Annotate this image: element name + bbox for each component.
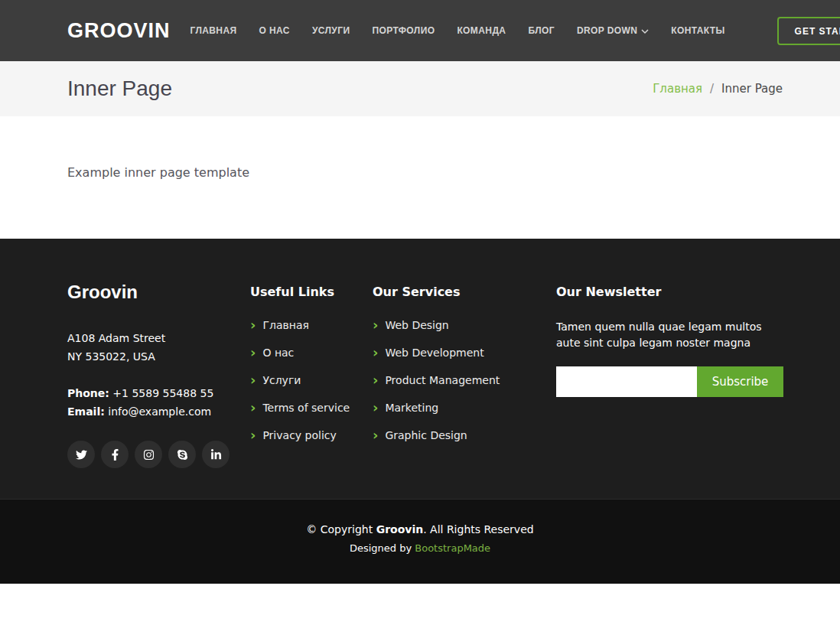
breadcrumb-current: Inner Page: [721, 82, 783, 96]
nav-item-blog[interactable]: БЛОГ: [528, 25, 554, 36]
list-item: Web Design: [373, 311, 556, 339]
chevron-right-icon: [373, 320, 378, 330]
service-link-web-development[interactable]: Web Development: [385, 347, 483, 359]
services-heading: Our Services: [373, 285, 556, 299]
useful-link-about[interactable]: О нас: [262, 347, 294, 359]
copyright-prefix: © Copyright: [306, 523, 376, 535]
address-line-1: A108 Adam Street: [67, 329, 250, 347]
linkedin-icon: [210, 449, 222, 461]
useful-link-terms[interactable]: Terms of service: [262, 402, 350, 414]
nav-item-team[interactable]: КОМАНДА: [457, 25, 506, 36]
nav-link-home[interactable]: ГЛАВНАЯ: [190, 25, 237, 36]
copyright-bar: © Copyright Groovin. All Rights Reserved…: [0, 499, 840, 584]
list-item: Terms of service: [250, 394, 373, 422]
useful-link-privacy[interactable]: Privacy policy: [262, 429, 336, 441]
nav-link-portfolio[interactable]: ПОРТФОЛИО: [372, 25, 435, 36]
list-item: Web Development: [373, 339, 556, 366]
nav-item-portfolio[interactable]: ПОРТФОЛИО: [372, 25, 435, 36]
breadcrumb: Главная / Inner Page: [653, 82, 783, 96]
footer-about-column: Groovin A108 Adam Street NY 535022, USA …: [67, 285, 250, 468]
service-link-marketing[interactable]: Marketing: [385, 402, 438, 414]
address-line-2: NY 535022, USA: [67, 347, 250, 366]
services-list: Web Design Web Development Product Manag…: [373, 311, 556, 449]
social-links: [67, 441, 250, 468]
newsletter-text: Tamen quem nulla quae legam multos aute …: [556, 319, 783, 351]
copyright-text: © Copyright Groovin. All Rights Reserved: [306, 523, 533, 535]
breadcrumb-bar: Inner Page Главная / Inner Page: [0, 61, 840, 116]
chevron-down-icon: [641, 28, 649, 35]
useful-link-services[interactable]: Услуги: [262, 374, 301, 386]
nav-item-contacts[interactable]: КОНТАКТЫ: [671, 25, 724, 36]
list-item: Graphic Design: [373, 422, 556, 449]
useful-links-list: Главная О нас Услуги Terms of service Pr…: [250, 311, 373, 449]
phone-value: +1 5589 55488 55: [109, 387, 213, 399]
inner-page-text: Example inner page template: [67, 165, 773, 180]
chevron-right-icon: [373, 430, 378, 441]
footer: Groovin A108 Adam Street NY 535022, USA …: [0, 239, 840, 499]
nav-link-dropdown[interactable]: DROP DOWN: [577, 25, 649, 36]
nav-item-about[interactable]: О НАС: [259, 25, 290, 36]
phone-label: Phone:: [67, 387, 109, 399]
nav-item-dropdown[interactable]: DROP DOWN: [577, 25, 649, 36]
nav-link-services[interactable]: УСЛУГИ: [312, 25, 350, 36]
chevron-right-icon: [250, 347, 256, 358]
social-twitter-button[interactable]: [67, 441, 95, 468]
email-label: Email:: [67, 405, 105, 418]
copyright-suffix: . All Rights Reserved: [423, 523, 533, 535]
phone-line: Phone: +1 5589 55488 55: [67, 384, 250, 402]
breadcrumb-home-link[interactable]: Главная: [653, 82, 702, 96]
chevron-right-icon: [373, 375, 378, 386]
footer-useful-links-column: Useful Links Главная О нас Услуги Terms …: [250, 285, 373, 468]
nav-link-about[interactable]: О НАС: [259, 25, 290, 36]
main-content: Example inner page template: [0, 116, 840, 239]
facebook-icon: [109, 449, 121, 461]
newsletter-heading: Our Newsletter: [556, 285, 783, 299]
social-facebook-button[interactable]: [101, 441, 129, 468]
instagram-icon: [143, 449, 155, 461]
twitter-icon: [76, 449, 87, 461]
list-item: Услуги: [250, 366, 373, 394]
list-item: Marketing: [373, 394, 556, 422]
social-instagram-button[interactable]: [135, 441, 162, 468]
top-navbar: GROOVIN ГЛАВНАЯ О НАС УСЛУГИ ПОРТФОЛИО К…: [0, 0, 840, 61]
brand-logo[interactable]: GROOVIN: [67, 19, 171, 43]
breadcrumb-separator: /: [710, 82, 714, 96]
chevron-right-icon: [250, 375, 256, 386]
footer-contact: Phone: +1 5589 55488 55 Email: info@exam…: [67, 384, 250, 421]
get-started-button[interactable]: GET STARTED: [777, 17, 840, 45]
useful-link-home[interactable]: Главная: [262, 319, 308, 331]
nav-link-contacts[interactable]: КОНТАКТЫ: [671, 25, 724, 36]
chevron-right-icon: [250, 430, 256, 441]
useful-links-heading: Useful Links: [250, 285, 373, 299]
service-link-graphic-design[interactable]: Graphic Design: [385, 429, 467, 441]
credits-text: Designed by BootstrapMade: [350, 542, 490, 554]
chevron-right-icon: [250, 320, 256, 330]
chevron-right-icon: [250, 402, 256, 413]
footer-address: A108 Adam Street NY 535022, USA: [67, 329, 250, 366]
chevron-right-icon: [373, 347, 378, 358]
list-item: О нас: [250, 339, 373, 366]
designed-by-label: Designed by: [350, 542, 415, 554]
service-link-product-management[interactable]: Product Management: [385, 374, 500, 386]
nav-link-blog[interactable]: БЛОГ: [528, 25, 554, 36]
email-line: Email: info@example.com: [67, 402, 250, 421]
service-link-web-design[interactable]: Web Design: [385, 319, 448, 331]
newsletter-form: Subscribe: [556, 366, 783, 397]
page-title: Inner Page: [67, 76, 172, 101]
footer-newsletter-column: Our Newsletter Tamen quem nulla quae leg…: [556, 285, 783, 468]
main-nav-menu: ГЛАВНАЯ О НАС УСЛУГИ ПОРТФОЛИО КОМАНДА Б…: [190, 25, 725, 36]
footer-brand-name: Groovin: [67, 282, 250, 303]
nav-link-team[interactable]: КОМАНДА: [457, 25, 506, 36]
nav-dropdown-label: DROP DOWN: [577, 25, 637, 36]
bootstrapmade-link[interactable]: BootstrapMade: [415, 542, 490, 554]
social-skype-button[interactable]: [168, 441, 196, 468]
nav-item-home[interactable]: ГЛАВНАЯ: [190, 25, 237, 36]
list-item: Главная: [250, 311, 373, 339]
subscribe-button[interactable]: Subscribe: [697, 366, 783, 397]
nav-item-services[interactable]: УСЛУГИ: [312, 25, 350, 36]
skype-icon: [177, 449, 188, 461]
list-item: Privacy policy: [250, 422, 373, 449]
copyright-brand: Groovin: [376, 523, 424, 535]
social-linkedin-button[interactable]: [202, 441, 230, 468]
newsletter-email-input[interactable]: [556, 366, 697, 397]
